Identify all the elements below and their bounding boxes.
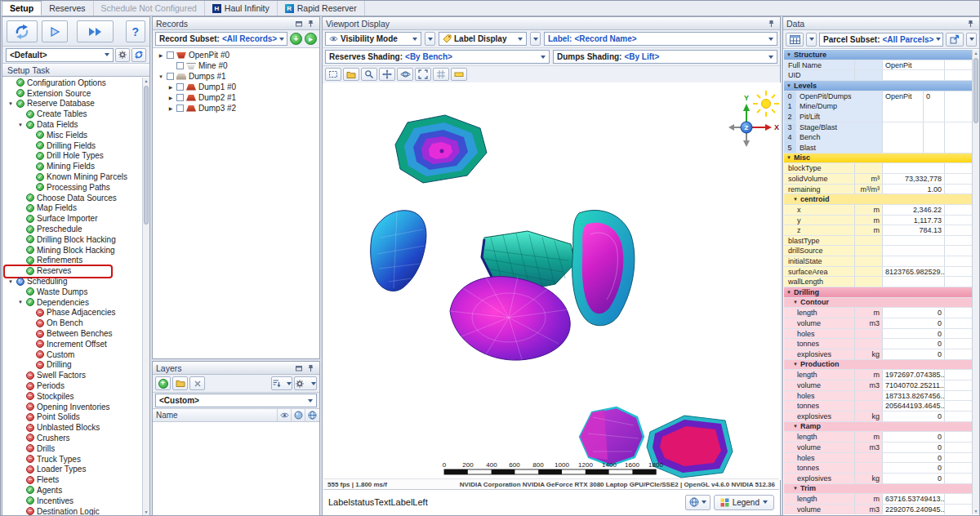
- property-row[interactable]: tonnes 0: [784, 339, 972, 349]
- setup-task-item[interactable]: Reserve Database: [2, 99, 142, 109]
- property-row[interactable]: tonnes 205644193.4645...: [784, 401, 972, 411]
- property-row[interactable]: explosives kg 0: [784, 474, 972, 484]
- globe-column-header[interactable]: [305, 409, 319, 421]
- setup-task-item[interactable]: Fleets: [2, 474, 142, 485]
- setup-task-item[interactable]: Between Benches: [2, 328, 142, 339]
- setup-task-item[interactable]: Opening Inventories: [2, 402, 142, 412]
- setup-task-item[interactable]: On Bench: [2, 318, 142, 328]
- property-row[interactable]: volume m3 0: [784, 318, 972, 329]
- setup-task-item[interactable]: Known Mining Parcels: [2, 171, 142, 182]
- property-value[interactable]: OpenPit: [883, 60, 945, 70]
- expand-arrow-icon[interactable]: [7, 279, 14, 284]
- property-value[interactable]: 0: [883, 474, 945, 483]
- record-visibility-checkbox[interactable]: [176, 62, 184, 69]
- expand-arrow-icon[interactable]: [17, 300, 24, 305]
- property-value[interactable]: 2,346.22: [883, 205, 945, 215]
- scroll-down-arrow[interactable]: ▼: [144, 509, 149, 515]
- property-section-header[interactable]: ▼ Drilling: [784, 287, 972, 298]
- setup-task-item[interactable]: Reserves: [2, 265, 142, 276]
- layer-preset-combo[interactable]: <Custom>: [155, 394, 317, 407]
- record-tree-item[interactable]: Dump3 #2: [153, 103, 319, 113]
- orbit-button[interactable]: [397, 68, 413, 81]
- setup-task-item[interactable]: Drilling Fields: [2, 140, 142, 151]
- property-section-header[interactable]: ▼ Structure: [784, 50, 972, 60]
- record-tree-item[interactable]: Dump2 #1: [153, 92, 319, 103]
- property-row[interactable]: length m 1972697.074385...: [784, 370, 972, 380]
- shading-column-header[interactable]: [292, 409, 305, 421]
- setup-task-item[interactable]: Choose Data Sources: [2, 193, 142, 203]
- level-row[interactable]: 0 OpenPit/Dumps OpenPit 0: [784, 91, 972, 102]
- record-visibility-checkbox[interactable]: [167, 51, 174, 59]
- visibility-mode-split-button[interactable]: [425, 32, 435, 46]
- property-row[interactable]: explosives kg 0: [784, 411, 972, 422]
- setup-task-item[interactable]: Periods: [2, 380, 142, 391]
- property-section-header[interactable]: ▼ Misc: [784, 153, 972, 164]
- property-value[interactable]: 0: [883, 411, 945, 421]
- settings-gear-button[interactable]: [115, 48, 130, 62]
- property-value[interactable]: 0: [883, 463, 945, 473]
- record-visibility-checkbox[interactable]: [167, 73, 174, 80]
- property-value[interactable]: [883, 256, 945, 266]
- property-row[interactable]: blockType: [784, 163, 972, 174]
- zoom-button[interactable]: [361, 68, 377, 81]
- parcel-subset-combo[interactable]: Parcel Subset: <All Parcels>: [819, 33, 943, 47]
- setup-task-item[interactable]: Drilling Block Hacking: [2, 234, 142, 245]
- property-subsection-header[interactable]: ▼ Trim: [784, 484, 972, 495]
- property-value[interactable]: 1,117.73: [883, 216, 945, 225]
- setup-task-item[interactable]: Crushers: [2, 433, 142, 443]
- tab-reserves[interactable]: Reserves: [42, 1, 93, 16]
- table-view-button[interactable]: [786, 33, 804, 47]
- dumps-shading-combo[interactable]: Dumps Shading: <By Lift>: [553, 50, 777, 64]
- setup-task-item[interactable]: Incentives: [2, 496, 142, 506]
- table-view-split-button[interactable]: [806, 33, 817, 47]
- property-value[interactable]: [883, 236, 945, 246]
- property-row[interactable]: length m 0: [784, 432, 972, 443]
- setup-task-item[interactable]: Increment Offset: [2, 339, 142, 349]
- property-row[interactable]: solidVolume m³ 73,332,778: [784, 174, 972, 185]
- level-row[interactable]: 4 Bench: [784, 132, 972, 143]
- setup-task-item[interactable]: Data Fields: [2, 119, 142, 130]
- property-row[interactable]: x m 2,346.22: [784, 205, 972, 216]
- zoom-extents-button[interactable]: [415, 68, 431, 81]
- setup-task-item[interactable]: Map Fields: [2, 203, 142, 214]
- scrollbar-thumb[interactable]: [144, 86, 149, 225]
- pin-icon[interactable]: [305, 363, 316, 373]
- open-folder-button[interactable]: [172, 376, 188, 390]
- layer-options-button[interactable]: [294, 376, 317, 390]
- record-tree-item[interactable]: Dumps #1: [153, 71, 319, 82]
- export-split-button[interactable]: [966, 33, 977, 47]
- property-value[interactable]: 0: [883, 432, 945, 442]
- pin-icon[interactable]: [965, 19, 976, 29]
- setup-task-item[interactable]: Agents: [2, 485, 142, 496]
- setup-task-item[interactable]: Dependencies: [2, 297, 142, 308]
- setup-task-item[interactable]: Destination Logic: [2, 506, 142, 515]
- property-value[interactable]: 71040702.25211...: [883, 380, 945, 390]
- label-field-combo[interactable]: Label: <Record Name>: [544, 32, 777, 46]
- collapse-panel-icon[interactable]: [293, 19, 304, 29]
- run-all-button[interactable]: [77, 20, 114, 42]
- label-display-split-button[interactable]: [530, 32, 541, 46]
- layers-empty-list[interactable]: [154, 424, 318, 514]
- setup-task-item[interactable]: Extension Source: [2, 88, 142, 99]
- property-value[interactable]: [883, 277, 945, 287]
- expand-arrow-icon[interactable]: [7, 101, 14, 106]
- view-mode-dropdown[interactable]: [685, 495, 710, 510]
- setup-task-item[interactable]: Preschedule: [2, 224, 142, 234]
- record-visibility-checkbox[interactable]: [176, 94, 184, 101]
- import-view-button[interactable]: [343, 68, 359, 81]
- property-value[interactable]: 0: [883, 453, 945, 463]
- property-value[interactable]: [883, 246, 945, 256]
- property-value[interactable]: 0: [883, 349, 945, 359]
- add-record-subset-button[interactable]: +: [290, 33, 302, 45]
- setup-task-item[interactable]: Mining Fields: [2, 161, 142, 171]
- pit-solid-1[interactable]: [395, 115, 487, 183]
- property-row[interactable]: UID: [784, 70, 972, 81]
- property-value[interactable]: 0: [883, 329, 945, 339]
- record-tree-item[interactable]: Mine #0: [153, 60, 319, 71]
- 3d-viewport-canvas[interactable]: Z Y X 0 200: [323, 82, 781, 480]
- property-row[interactable]: holes 0: [784, 329, 972, 340]
- setup-task-item[interactable]: Unblasted Blocks: [2, 422, 142, 433]
- export-button[interactable]: [946, 33, 964, 47]
- property-value[interactable]: 0: [883, 443, 945, 452]
- property-value[interactable]: [883, 70, 945, 80]
